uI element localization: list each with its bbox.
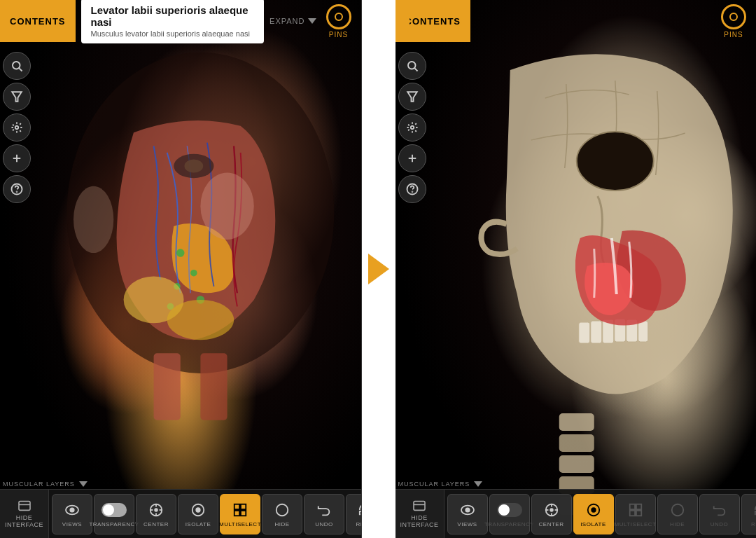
bottom-tool-group-left: VIEWS TRANSPARENCY — [49, 494, 362, 534]
reset-label-left: RESET — [356, 521, 361, 527]
contents-button-left[interactable]: CONTENTS — [0, 0, 76, 42]
transparency-button-right[interactable]: TRANSPARENCY — [489, 494, 530, 534]
svg-rect-46 — [559, 413, 594, 431]
svg-point-21 — [17, 191, 18, 192]
undo-button-left[interactable]: UNDO — [304, 494, 344, 534]
svg-rect-45 — [638, 321, 648, 342]
hide-interface-button-left[interactable]: HIDE INTERFACE — [0, 490, 49, 538]
transparency-icon-right — [497, 501, 522, 519]
multiselect-label-right: MULTISELECT — [614, 521, 656, 527]
help-button-right[interactable] — [398, 175, 426, 203]
svg-point-1 — [176, 249, 184, 256]
transparency-icon-left — [102, 501, 127, 519]
pins-icon-right — [721, 4, 746, 29]
hide-button-left[interactable]: HIDE — [262, 494, 302, 534]
undo-icon-left — [316, 501, 332, 519]
multiselect-icon-left — [232, 501, 248, 519]
center-label-right: CENTER — [539, 521, 564, 527]
svg-rect-59 — [414, 501, 425, 510]
isolate-button-right[interactable]: ISOLATE — [573, 494, 614, 534]
transparency-button-left[interactable]: TRANSPARENCY — [94, 494, 134, 534]
views-button-right[interactable]: VIEWS — [447, 494, 488, 534]
reset-button-right[interactable]: RESET — [741, 494, 757, 534]
layer-indicator-left: MUSCULAR LAYERS — [3, 481, 88, 488]
anatomy-illustration-right — [396, 0, 757, 538]
anatomy-label-popup[interactable]: Levator labii superioris alaeque nasi Mu… — [81, 0, 265, 43]
isolate-label-right: ISOLATE — [580, 521, 606, 527]
back-arrow-icon — [396, 13, 410, 32]
views-button-left[interactable]: VIEWS — [52, 494, 92, 534]
pins-label-left: PINS — [329, 31, 348, 39]
undo-label-right: UNDO — [710, 521, 729, 527]
views-label-left: VIEWS — [62, 521, 82, 527]
svg-point-70 — [591, 507, 596, 512]
isolate-icon-right — [586, 501, 601, 519]
anatomy-title: Levator labii superioris alaeque nasi — [91, 4, 255, 28]
toggle-switch-right — [497, 503, 522, 517]
right-bottom-toolbar: HIDE INTERFACE VIEWS TRANSPARENCY — [396, 489, 757, 538]
svg-point-62 — [465, 508, 469, 511]
svg-rect-37 — [241, 510, 246, 515]
hide-icon-left — [274, 501, 290, 519]
multiselect-label-left: MULTISELECT — [219, 521, 261, 527]
transparency-label-left: TRANSPARENCY — [89, 521, 139, 527]
filter-button-left[interactable] — [3, 83, 31, 111]
isolate-icon-left — [190, 501, 206, 519]
transparency-label-right: TRANSPARENCY — [484, 521, 534, 527]
views-label-right: VIEWS — [457, 521, 477, 527]
search-button-left[interactable] — [3, 52, 31, 80]
svg-rect-40 — [578, 322, 589, 343]
svg-point-14 — [13, 62, 20, 69]
svg-rect-34 — [234, 504, 239, 509]
reset-button-left[interactable]: RESET — [346, 494, 362, 534]
isolate-button-left[interactable]: ISOLATE — [178, 494, 218, 534]
hide-interface-label-left: HIDE INTERFACE — [0, 514, 48, 528]
svg-point-75 — [671, 504, 683, 516]
add-button-right[interactable] — [398, 144, 426, 172]
settings-button-left[interactable] — [3, 113, 31, 142]
layer-label-right: MUSCULAR LAYERS — [398, 481, 470, 488]
right-side-toolbar — [396, 49, 429, 206]
svg-marker-16 — [12, 92, 22, 102]
filter-button-right[interactable] — [398, 83, 426, 111]
svg-rect-13 — [200, 353, 227, 420]
multiselect-icon-right — [628, 501, 643, 519]
center-icon-left — [148, 501, 164, 519]
center-icon-right — [544, 501, 559, 519]
svg-point-39 — [576, 132, 653, 191]
pins-button-left[interactable]: PINS — [316, 4, 361, 39]
add-button-left[interactable] — [3, 144, 31, 172]
multiselect-button-right[interactable]: MULTISELECT — [615, 494, 656, 534]
pins-icon — [326, 4, 351, 29]
svg-point-2 — [190, 270, 197, 277]
svg-rect-47 — [559, 434, 594, 452]
svg-rect-22 — [19, 501, 30, 510]
pins-button-right[interactable]: PINS — [711, 4, 756, 39]
multiselect-button-left[interactable]: MULTISELECT — [220, 494, 260, 534]
svg-rect-48 — [559, 455, 594, 473]
anatomy-illustration-left — [0, 0, 361, 538]
hide-button-right[interactable]: HIDE — [657, 494, 698, 534]
svg-point-25 — [70, 508, 74, 511]
svg-point-58 — [412, 191, 412, 192]
undo-label-left: UNDO — [315, 521, 333, 527]
left-bottom-toolbar: HIDE INTERFACE VIEWS TRANSPARENCY — [0, 489, 361, 538]
hide-interface-button-right[interactable]: HIDE INTERFACE — [396, 490, 444, 538]
center-button-right[interactable]: CENTER — [531, 494, 572, 534]
svg-point-8 — [74, 186, 113, 253]
svg-point-17 — [15, 126, 19, 130]
hide-label-right: HIDE — [670, 521, 685, 527]
left-panel: CONTENTS Levator labii superioris alaequ… — [0, 0, 362, 538]
svg-point-33 — [195, 507, 200, 512]
undo-button-right[interactable]: UNDO — [699, 494, 740, 534]
svg-rect-73 — [629, 510, 634, 515]
expand-button[interactable]: EXPAND — [270, 17, 316, 25]
svg-point-54 — [410, 126, 414, 130]
pins-label-right: PINS — [724, 31, 743, 39]
help-button-left[interactable] — [3, 175, 31, 203]
search-button-right[interactable] — [398, 52, 426, 80]
center-button-left[interactable]: CENTER — [136, 494, 176, 534]
settings-button-right[interactable] — [398, 113, 426, 142]
anatomy-subtitle: Musculus levator labii superioris alaequ… — [91, 29, 255, 38]
undo-icon-right — [712, 501, 727, 519]
